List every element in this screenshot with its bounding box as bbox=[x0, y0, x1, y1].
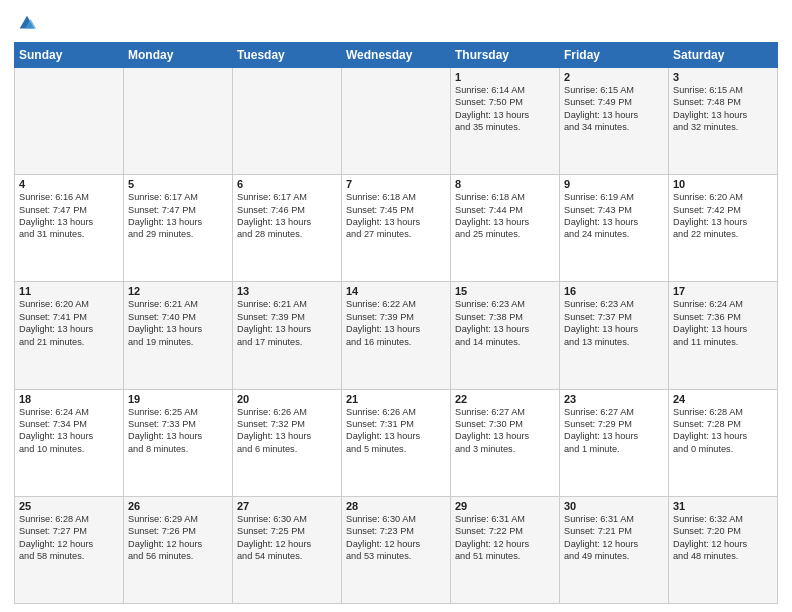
day-info: Sunrise: 6:31 AM Sunset: 7:21 PM Dayligh… bbox=[564, 513, 664, 563]
day-number: 11 bbox=[19, 285, 119, 297]
day-info: Sunrise: 6:16 AM Sunset: 7:47 PM Dayligh… bbox=[19, 191, 119, 241]
day-info: Sunrise: 6:30 AM Sunset: 7:25 PM Dayligh… bbox=[237, 513, 337, 563]
day-info: Sunrise: 6:30 AM Sunset: 7:23 PM Dayligh… bbox=[346, 513, 446, 563]
day-info: Sunrise: 6:27 AM Sunset: 7:30 PM Dayligh… bbox=[455, 406, 555, 456]
day-number: 6 bbox=[237, 178, 337, 190]
day-number: 28 bbox=[346, 500, 446, 512]
day-number: 31 bbox=[673, 500, 773, 512]
calendar-cell: 16Sunrise: 6:23 AM Sunset: 7:37 PM Dayli… bbox=[560, 282, 669, 389]
day-info: Sunrise: 6:21 AM Sunset: 7:40 PM Dayligh… bbox=[128, 298, 228, 348]
calendar-cell: 13Sunrise: 6:21 AM Sunset: 7:39 PM Dayli… bbox=[233, 282, 342, 389]
day-info: Sunrise: 6:23 AM Sunset: 7:38 PM Dayligh… bbox=[455, 298, 555, 348]
logo bbox=[14, 10, 38, 34]
day-info: Sunrise: 6:20 AM Sunset: 7:42 PM Dayligh… bbox=[673, 191, 773, 241]
calendar-cell: 6Sunrise: 6:17 AM Sunset: 7:46 PM Daylig… bbox=[233, 175, 342, 282]
week-row-5: 25Sunrise: 6:28 AM Sunset: 7:27 PM Dayli… bbox=[15, 496, 778, 603]
calendar-cell: 9Sunrise: 6:19 AM Sunset: 7:43 PM Daylig… bbox=[560, 175, 669, 282]
day-number: 4 bbox=[19, 178, 119, 190]
day-number: 9 bbox=[564, 178, 664, 190]
calendar-cell: 5Sunrise: 6:17 AM Sunset: 7:47 PM Daylig… bbox=[124, 175, 233, 282]
calendar-cell: 24Sunrise: 6:28 AM Sunset: 7:28 PM Dayli… bbox=[669, 389, 778, 496]
day-info: Sunrise: 6:15 AM Sunset: 7:48 PM Dayligh… bbox=[673, 84, 773, 134]
weekday-header-monday: Monday bbox=[124, 43, 233, 68]
day-info: Sunrise: 6:20 AM Sunset: 7:41 PM Dayligh… bbox=[19, 298, 119, 348]
calendar-cell: 18Sunrise: 6:24 AM Sunset: 7:34 PM Dayli… bbox=[15, 389, 124, 496]
day-number: 12 bbox=[128, 285, 228, 297]
day-number: 29 bbox=[455, 500, 555, 512]
day-number: 3 bbox=[673, 71, 773, 83]
day-info: Sunrise: 6:18 AM Sunset: 7:44 PM Dayligh… bbox=[455, 191, 555, 241]
calendar-cell: 10Sunrise: 6:20 AM Sunset: 7:42 PM Dayli… bbox=[669, 175, 778, 282]
calendar-table: SundayMondayTuesdayWednesdayThursdayFrid… bbox=[14, 42, 778, 604]
day-info: Sunrise: 6:25 AM Sunset: 7:33 PM Dayligh… bbox=[128, 406, 228, 456]
calendar-cell: 19Sunrise: 6:25 AM Sunset: 7:33 PM Dayli… bbox=[124, 389, 233, 496]
day-number: 18 bbox=[19, 393, 119, 405]
day-info: Sunrise: 6:21 AM Sunset: 7:39 PM Dayligh… bbox=[237, 298, 337, 348]
week-row-2: 4Sunrise: 6:16 AM Sunset: 7:47 PM Daylig… bbox=[15, 175, 778, 282]
page: SundayMondayTuesdayWednesdayThursdayFrid… bbox=[0, 0, 792, 612]
week-row-1: 1Sunrise: 6:14 AM Sunset: 7:50 PM Daylig… bbox=[15, 68, 778, 175]
day-number: 17 bbox=[673, 285, 773, 297]
day-info: Sunrise: 6:17 AM Sunset: 7:47 PM Dayligh… bbox=[128, 191, 228, 241]
calendar-cell: 15Sunrise: 6:23 AM Sunset: 7:38 PM Dayli… bbox=[451, 282, 560, 389]
day-number: 26 bbox=[128, 500, 228, 512]
calendar-cell: 26Sunrise: 6:29 AM Sunset: 7:26 PM Dayli… bbox=[124, 496, 233, 603]
day-info: Sunrise: 6:14 AM Sunset: 7:50 PM Dayligh… bbox=[455, 84, 555, 134]
calendar-cell: 11Sunrise: 6:20 AM Sunset: 7:41 PM Dayli… bbox=[15, 282, 124, 389]
logo-icon bbox=[16, 12, 38, 34]
calendar-cell bbox=[233, 68, 342, 175]
day-number: 22 bbox=[455, 393, 555, 405]
calendar-cell: 28Sunrise: 6:30 AM Sunset: 7:23 PM Dayli… bbox=[342, 496, 451, 603]
calendar-cell: 8Sunrise: 6:18 AM Sunset: 7:44 PM Daylig… bbox=[451, 175, 560, 282]
calendar-cell: 27Sunrise: 6:30 AM Sunset: 7:25 PM Dayli… bbox=[233, 496, 342, 603]
calendar-cell: 31Sunrise: 6:32 AM Sunset: 7:20 PM Dayli… bbox=[669, 496, 778, 603]
calendar-cell: 23Sunrise: 6:27 AM Sunset: 7:29 PM Dayli… bbox=[560, 389, 669, 496]
week-row-3: 11Sunrise: 6:20 AM Sunset: 7:41 PM Dayli… bbox=[15, 282, 778, 389]
calendar-cell: 4Sunrise: 6:16 AM Sunset: 7:47 PM Daylig… bbox=[15, 175, 124, 282]
calendar-cell: 3Sunrise: 6:15 AM Sunset: 7:48 PM Daylig… bbox=[669, 68, 778, 175]
weekday-header-sunday: Sunday bbox=[15, 43, 124, 68]
day-info: Sunrise: 6:29 AM Sunset: 7:26 PM Dayligh… bbox=[128, 513, 228, 563]
day-info: Sunrise: 6:22 AM Sunset: 7:39 PM Dayligh… bbox=[346, 298, 446, 348]
day-number: 1 bbox=[455, 71, 555, 83]
day-info: Sunrise: 6:15 AM Sunset: 7:49 PM Dayligh… bbox=[564, 84, 664, 134]
day-number: 20 bbox=[237, 393, 337, 405]
calendar-cell: 7Sunrise: 6:18 AM Sunset: 7:45 PM Daylig… bbox=[342, 175, 451, 282]
calendar-cell bbox=[124, 68, 233, 175]
calendar-cell: 29Sunrise: 6:31 AM Sunset: 7:22 PM Dayli… bbox=[451, 496, 560, 603]
calendar-cell: 1Sunrise: 6:14 AM Sunset: 7:50 PM Daylig… bbox=[451, 68, 560, 175]
day-number: 23 bbox=[564, 393, 664, 405]
calendar-cell: 14Sunrise: 6:22 AM Sunset: 7:39 PM Dayli… bbox=[342, 282, 451, 389]
day-info: Sunrise: 6:27 AM Sunset: 7:29 PM Dayligh… bbox=[564, 406, 664, 456]
day-info: Sunrise: 6:28 AM Sunset: 7:28 PM Dayligh… bbox=[673, 406, 773, 456]
weekday-header-wednesday: Wednesday bbox=[342, 43, 451, 68]
header bbox=[14, 10, 778, 34]
weekday-header-saturday: Saturday bbox=[669, 43, 778, 68]
calendar-cell: 30Sunrise: 6:31 AM Sunset: 7:21 PM Dayli… bbox=[560, 496, 669, 603]
day-info: Sunrise: 6:17 AM Sunset: 7:46 PM Dayligh… bbox=[237, 191, 337, 241]
day-number: 7 bbox=[346, 178, 446, 190]
weekday-header-friday: Friday bbox=[560, 43, 669, 68]
week-row-4: 18Sunrise: 6:24 AM Sunset: 7:34 PM Dayli… bbox=[15, 389, 778, 496]
day-number: 30 bbox=[564, 500, 664, 512]
calendar-cell: 12Sunrise: 6:21 AM Sunset: 7:40 PM Dayli… bbox=[124, 282, 233, 389]
day-info: Sunrise: 6:26 AM Sunset: 7:32 PM Dayligh… bbox=[237, 406, 337, 456]
day-number: 14 bbox=[346, 285, 446, 297]
calendar-cell: 17Sunrise: 6:24 AM Sunset: 7:36 PM Dayli… bbox=[669, 282, 778, 389]
day-info: Sunrise: 6:18 AM Sunset: 7:45 PM Dayligh… bbox=[346, 191, 446, 241]
day-number: 8 bbox=[455, 178, 555, 190]
day-info: Sunrise: 6:26 AM Sunset: 7:31 PM Dayligh… bbox=[346, 406, 446, 456]
calendar-cell: 21Sunrise: 6:26 AM Sunset: 7:31 PM Dayli… bbox=[342, 389, 451, 496]
weekday-header-thursday: Thursday bbox=[451, 43, 560, 68]
weekday-header-tuesday: Tuesday bbox=[233, 43, 342, 68]
day-number: 24 bbox=[673, 393, 773, 405]
day-info: Sunrise: 6:31 AM Sunset: 7:22 PM Dayligh… bbox=[455, 513, 555, 563]
weekday-header-row: SundayMondayTuesdayWednesdayThursdayFrid… bbox=[15, 43, 778, 68]
day-number: 27 bbox=[237, 500, 337, 512]
day-number: 15 bbox=[455, 285, 555, 297]
day-number: 21 bbox=[346, 393, 446, 405]
day-number: 5 bbox=[128, 178, 228, 190]
day-info: Sunrise: 6:24 AM Sunset: 7:34 PM Dayligh… bbox=[19, 406, 119, 456]
day-info: Sunrise: 6:24 AM Sunset: 7:36 PM Dayligh… bbox=[673, 298, 773, 348]
calendar-cell: 25Sunrise: 6:28 AM Sunset: 7:27 PM Dayli… bbox=[15, 496, 124, 603]
